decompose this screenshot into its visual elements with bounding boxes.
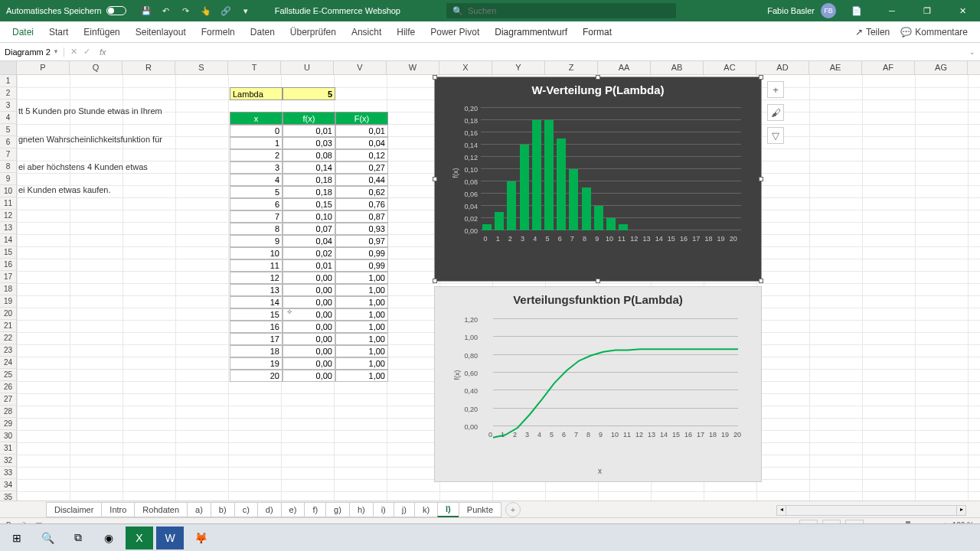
ribbon-tab-diagrammentwurf[interactable]: Diagrammentwurf bbox=[487, 21, 575, 43]
sheet-tab[interactable]: h) bbox=[349, 502, 374, 517]
more-icon[interactable]: ▾ bbox=[240, 5, 252, 17]
row-header[interactable]: 22 bbox=[0, 332, 16, 344]
start-button[interactable]: ⊞ bbox=[3, 527, 31, 549]
table-cell[interactable]: 11 bbox=[230, 259, 283, 272]
table-cell[interactable]: 5 bbox=[230, 186, 283, 198]
firefox-taskbar-icon[interactable]: 🦊 bbox=[187, 527, 214, 549]
table-cell[interactable]: 0,14 bbox=[283, 161, 335, 174]
table-cell[interactable]: 1,00 bbox=[335, 284, 388, 296]
fx-label[interactable]: fx bbox=[96, 47, 109, 57]
row-header[interactable]: 28 bbox=[0, 406, 16, 418]
row-header[interactable]: 2 bbox=[0, 87, 16, 99]
row-header[interactable]: 30 bbox=[0, 430, 16, 442]
table-cell[interactable]: 0,10 bbox=[283, 210, 335, 223]
ribbon-tab-datei[interactable]: Datei bbox=[5, 21, 41, 43]
sheet-tab[interactable]: b) bbox=[211, 502, 235, 517]
table-cell[interactable]: 0,62 bbox=[335, 186, 388, 198]
lambda-value-cell[interactable]: 5 bbox=[283, 87, 335, 100]
row-header[interactable]: 25 bbox=[0, 369, 16, 381]
row-header[interactable]: 29 bbox=[0, 418, 16, 430]
row-header[interactable]: 10 bbox=[0, 185, 16, 197]
row-header[interactable]: 13 bbox=[0, 222, 16, 234]
sheet-tab[interactable]: e) bbox=[281, 502, 305, 517]
row-header[interactable]: 31 bbox=[0, 442, 16, 455]
name-box[interactable]: Diagramm 2 ▼ bbox=[0, 47, 64, 57]
table-cell[interactable]: 18 bbox=[230, 345, 283, 357]
table-cell[interactable]: 0,00 bbox=[283, 321, 335, 333]
word-taskbar-icon[interactable]: W bbox=[156, 527, 184, 549]
ribbon-tab-power pivot[interactable]: Power Pivot bbox=[423, 21, 487, 43]
col-header[interactable]: Q bbox=[70, 61, 122, 74]
chart-style-button[interactable]: 🖌 bbox=[767, 104, 784, 121]
chart-bar-distribution[interactable]: W-Verteilung P(Lambda) 0,000,020,040,060… bbox=[434, 77, 762, 282]
table-cell[interactable]: 0,99 bbox=[335, 259, 388, 272]
col-header[interactable]: AD bbox=[756, 61, 809, 74]
user-name[interactable]: Fabio Basler bbox=[767, 6, 815, 15]
table-cell[interactable]: 0,00 bbox=[283, 296, 335, 308]
table-cell[interactable]: 0,00 bbox=[283, 370, 335, 382]
row-header[interactable]: 4 bbox=[0, 112, 16, 124]
sheet-tab[interactable]: i) bbox=[373, 502, 394, 517]
table-cell[interactable]: 0,76 bbox=[335, 198, 388, 210]
horizontal-scrollbar[interactable]: ◂ ▸ bbox=[776, 505, 966, 516]
sheet-tab[interactable]: a) bbox=[187, 502, 211, 517]
search-input[interactable] bbox=[468, 6, 670, 15]
row-header[interactable]: 9 bbox=[0, 173, 16, 185]
table-cell[interactable]: 1,00 bbox=[335, 272, 388, 284]
col-header[interactable]: AF bbox=[862, 61, 915, 74]
table-cell[interactable]: 0,03 bbox=[283, 137, 335, 149]
ribbon-tab-hilfe[interactable]: Hilfe bbox=[389, 21, 423, 43]
table-cell[interactable]: 0,00 bbox=[283, 333, 335, 345]
row-header[interactable]: 19 bbox=[0, 295, 16, 308]
table-cell[interactable]: 19 bbox=[230, 357, 283, 370]
row-header[interactable]: 7 bbox=[0, 148, 16, 161]
table-cell[interactable]: 0,18 bbox=[283, 186, 335, 198]
row-header[interactable]: 34 bbox=[0, 479, 16, 491]
table-cell[interactable]: 0 bbox=[230, 125, 283, 137]
table-cell[interactable]: 0,97 bbox=[335, 235, 388, 247]
table-cell[interactable]: 0,87 bbox=[335, 210, 388, 223]
sheet-tab[interactable]: j) bbox=[394, 502, 415, 517]
col-header[interactable]: AA bbox=[598, 61, 651, 74]
table-cell[interactable]: 4 bbox=[230, 174, 283, 186]
col-header[interactable]: Z bbox=[545, 61, 598, 74]
table-cell[interactable]: 14 bbox=[230, 296, 283, 308]
ribbon-tab-formeln[interactable]: Formeln bbox=[194, 21, 243, 43]
table-cell[interactable]: 0,04 bbox=[335, 137, 388, 149]
table-cell[interactable]: 0,08 bbox=[283, 149, 335, 161]
row-header[interactable]: 24 bbox=[0, 357, 16, 369]
row-header[interactable]: 6 bbox=[0, 136, 16, 148]
table-cell[interactable]: 2 bbox=[230, 149, 283, 161]
cells-area[interactable]: tt 5 Kunden pro Stunde etwas in Ihrem gn… bbox=[17, 75, 980, 516]
table-cell[interactable]: 1,00 bbox=[335, 345, 388, 357]
excel-taskbar-icon[interactable]: X bbox=[126, 527, 153, 549]
sheet-tab[interactable]: l) bbox=[437, 502, 459, 517]
close-button[interactable]: ✕ bbox=[948, 0, 977, 21]
row-header[interactable]: 23 bbox=[0, 344, 16, 357]
table-header-x[interactable]: x bbox=[230, 112, 283, 125]
table-cell[interactable]: 1 bbox=[230, 137, 283, 149]
col-header[interactable]: AE bbox=[809, 61, 862, 74]
ribbon-tab-daten[interactable]: Daten bbox=[243, 21, 283, 43]
table-cell[interactable]: 0,93 bbox=[335, 223, 388, 235]
table-cell[interactable]: 1,00 bbox=[335, 370, 388, 382]
ribbon-options-icon[interactable]: 📄 bbox=[842, 0, 871, 21]
taskview-icon[interactable]: ⧉ bbox=[64, 527, 92, 549]
row-header[interactable]: 3 bbox=[0, 99, 16, 112]
table-cell[interactable]: 13 bbox=[230, 284, 283, 296]
row-header[interactable]: 20 bbox=[0, 308, 16, 320]
sheet-tab[interactable]: Disclaimer bbox=[46, 502, 102, 517]
sheet-tab[interactable]: Intro bbox=[101, 502, 135, 517]
row-header[interactable]: 8 bbox=[0, 161, 16, 173]
col-header[interactable]: W bbox=[387, 61, 439, 74]
comments-button[interactable]: 💬 Kommentare bbox=[900, 27, 968, 37]
ribbon-tab-format[interactable]: Format bbox=[575, 21, 619, 43]
ribbon-tab-überprüfen[interactable]: Überprüfen bbox=[283, 21, 344, 43]
sheet-tab[interactable]: f) bbox=[304, 502, 326, 517]
link-icon[interactable]: 🔗 bbox=[220, 5, 232, 17]
row-header[interactable]: 14 bbox=[0, 234, 16, 246]
table-cell[interactable]: 9 bbox=[230, 235, 283, 247]
maximize-button[interactable]: ❐ bbox=[913, 0, 942, 21]
table-cell[interactable]: 0,00 bbox=[283, 357, 335, 370]
sheet-tab[interactable]: Punkte bbox=[459, 502, 501, 517]
